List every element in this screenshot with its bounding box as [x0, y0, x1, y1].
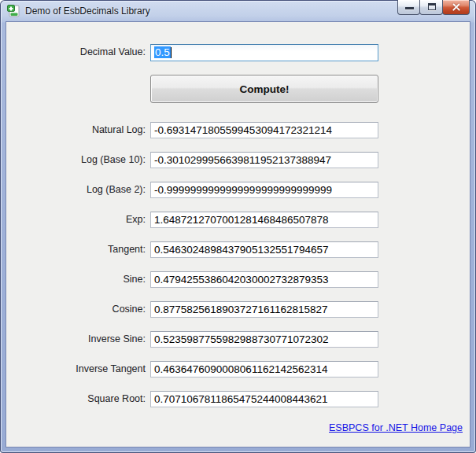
result-label: Inverse Tangent — [6, 363, 146, 374]
result-field[interactable]: 0.7071067811865475244008443621 — [150, 391, 378, 407]
result-label: Tangent: — [6, 244, 146, 255]
home-page-link[interactable]: ESBPCS for .NET Home Page — [329, 422, 463, 433]
result-field[interactable]: 0.4794255386042030002732879353 — [150, 271, 378, 288]
result-field[interactable]: 0.5463024898437905132551794657 — [150, 241, 378, 258]
maximize-icon — [428, 3, 436, 10]
result-field[interactable]: -0.3010299956639811952137388947 — [150, 152, 378, 168]
close-button[interactable] — [442, 0, 470, 15]
close-icon — [452, 2, 461, 12]
app-icon — [7, 5, 20, 17]
decimal-value-label: Decimal Value: — [6, 46, 146, 57]
minimize-button[interactable] — [397, 0, 420, 15]
result-label: Log (Base 10): — [6, 154, 146, 165]
result-label: Square Root: — [6, 393, 146, 404]
titlebar[interactable]: Demo of EsbDecimals Library — [0, 0, 476, 22]
text-caret — [171, 47, 172, 58]
result-label: Exp: — [6, 214, 146, 225]
result-field[interactable]: 1.6487212707001281468486507878 — [150, 212, 378, 228]
selected-text: 0.5 — [154, 46, 171, 58]
decimal-value-input[interactable]: 0.5 — [150, 44, 378, 61]
result-label: Cosine: — [6, 304, 146, 315]
result-label: Natural Log: — [6, 124, 146, 135]
minimize-icon — [405, 7, 414, 9]
app-window: Demo of EsbDecimals Library Decimal Valu… — [0, 0, 476, 453]
result-field[interactable]: 0.8775825618903727161162815827 — [150, 301, 378, 318]
window-title: Demo of EsbDecimals Library — [25, 0, 150, 22]
result-field[interactable]: 0.4636476090008061162142562314 — [150, 361, 378, 378]
maximize-button[interactable] — [419, 0, 443, 15]
window-controls — [398, 0, 470, 16]
result-field[interactable]: -0.9999999999999999999999999999 — [150, 182, 378, 198]
result-label: Inverse Sine: — [6, 333, 146, 344]
result-label: Log (Base 2): — [6, 184, 146, 195]
result-field[interactable]: 0.5235987755982988730771072302 — [150, 331, 378, 348]
compute-button[interactable]: Compute! — [150, 75, 378, 103]
result-field[interactable]: -0.6931471805599453094172321214 — [150, 122, 378, 138]
result-label: Sine: — [6, 274, 146, 285]
client-area: Decimal Value: 0.5 Compute! Natural Log:… — [6, 22, 470, 447]
